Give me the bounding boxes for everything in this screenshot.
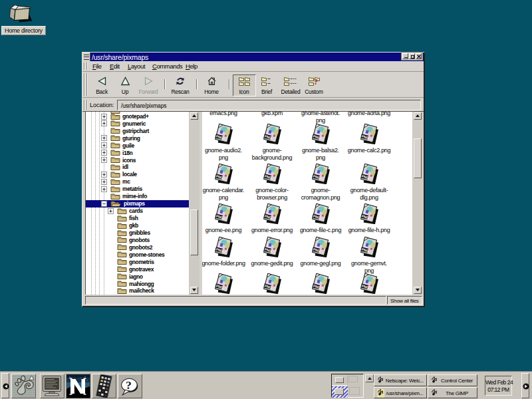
svg-text:?: ? (314, 77, 318, 86)
